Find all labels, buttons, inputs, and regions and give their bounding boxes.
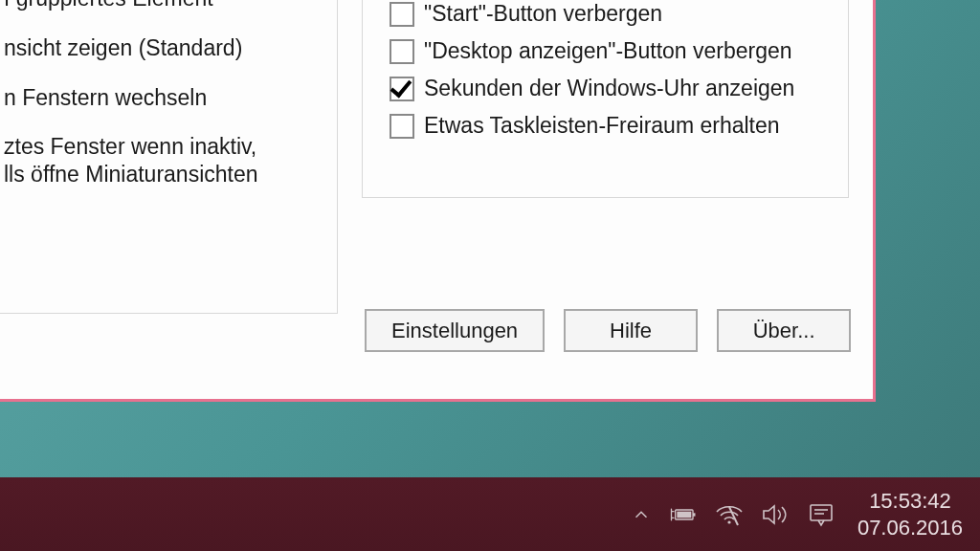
left-option-line: lls öffne Miniaturansichten (4, 161, 329, 188)
checkbox-icon (390, 114, 414, 139)
volume-icon[interactable] (752, 477, 798, 551)
tray-chevron-icon[interactable] (622, 477, 660, 551)
checkbox-hide-start[interactable]: "Start"-Button verbergen (390, 1, 794, 27)
settings-dialog: f gruppiertes Element nsicht zeigen (Sta… (0, 0, 876, 402)
left-option-text: f gruppiertes Element (4, 0, 329, 12)
taskbar: 15:53:42 07.06.2016 (0, 477, 980, 551)
system-tray: 15:53:42 07.06.2016 (622, 477, 980, 551)
svg-rect-5 (811, 505, 832, 520)
help-button[interactable]: Hilfe (564, 309, 698, 352)
left-option-text: nsicht zeigen (Standard) (4, 34, 329, 62)
action-center-icon[interactable] (798, 477, 844, 551)
checkbox-label: Sekunden der Windows-Uhr anzeigen (424, 76, 794, 101)
power-icon[interactable] (660, 477, 706, 551)
svg-rect-1 (677, 511, 691, 518)
checkbox-label: "Desktop anzeigen"-Button verbergen (424, 38, 792, 64)
checkbox-label: "Start"-Button verbergen (424, 1, 662, 27)
checkbox-hide-desktop[interactable]: "Desktop anzeigen"-Button verbergen (390, 38, 794, 64)
left-options-panel: f gruppiertes Element nsicht zeigen (Sta… (0, 0, 338, 314)
settings-button[interactable]: Einstellungen (365, 309, 545, 352)
svg-point-3 (727, 520, 730, 523)
left-option-line: ztes Fenster wenn inaktiv, (4, 133, 329, 161)
clock-date: 07.06.2016 (858, 515, 963, 541)
checkbox-show-seconds[interactable]: Sekunden der Windows-Uhr anzeigen (390, 76, 794, 101)
about-button[interactable]: Über... (717, 309, 851, 352)
svg-rect-2 (693, 513, 696, 516)
left-option-text: ztes Fenster wenn inaktiv, lls öffne Min… (4, 133, 329, 188)
checkbox-icon (390, 77, 414, 101)
clock-time: 15:53:42 (869, 488, 951, 515)
taskbar-clock[interactable]: 15:53:42 07.06.2016 (844, 477, 980, 551)
wifi-icon[interactable] (706, 477, 752, 551)
checkbox-taskbar-space[interactable]: Etwas Taskleisten-Freiraum erhalten (390, 113, 794, 139)
misc-groupbox: Sonstiges "Start"-Button verbergen "Desk… (362, 0, 849, 198)
checkbox-label: Etwas Taskleisten-Freiraum erhalten (424, 113, 780, 139)
left-option-text: n Fenstern wechseln (4, 84, 329, 112)
checkbox-icon (390, 2, 414, 27)
checkbox-icon (390, 39, 414, 64)
